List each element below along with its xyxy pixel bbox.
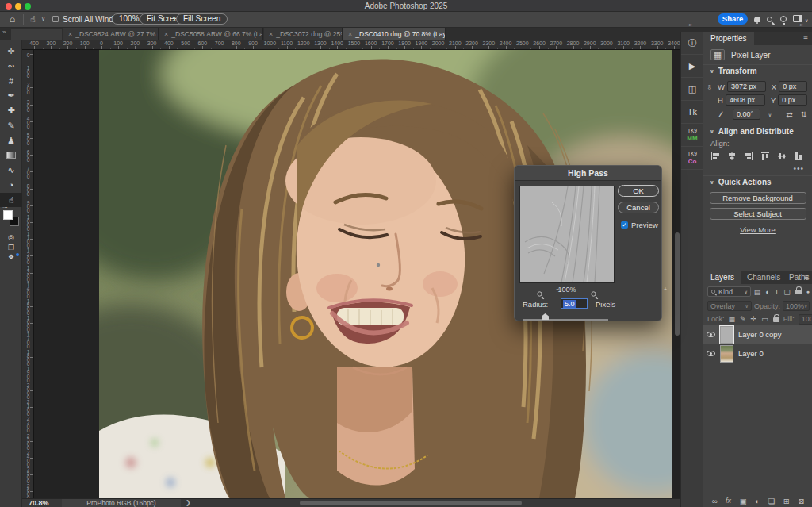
- vertical-scrollbar-thumb[interactable]: [675, 232, 680, 336]
- spot-healing-brush-tool[interactable]: ✚: [0, 103, 22, 117]
- lasso-tool[interactable]: ∾: [0, 59, 22, 73]
- width-field[interactable]: 3072 px: [727, 81, 766, 92]
- lock-position-icon[interactable]: ✛: [751, 315, 757, 323]
- screen-mode-icon[interactable]: ❐: [0, 243, 22, 252]
- fill-screen-button[interactable]: Fill Screen: [176, 13, 228, 25]
- tab-properties[interactable]: Properties: [703, 32, 754, 45]
- cancel-button[interactable]: Cancel: [618, 202, 659, 213]
- fill-dropdown[interactable]: 100%∨: [799, 314, 812, 325]
- horizontal-scrollbar-thumb[interactable]: [300, 501, 522, 505]
- layer-visibility-eye-icon[interactable]: [707, 332, 715, 337]
- quick-mask-icon[interactable]: ◎: [0, 232, 22, 242]
- gradient-tool[interactable]: [0, 148, 22, 163]
- plugins-icon[interactable]: ❖: [0, 252, 22, 262]
- layer-thumbnail[interactable]: [720, 345, 733, 363]
- document-tab-1[interactable]: × _DSC9824.ARW @ 27.7% (Group 1, RGB/16*…: [63, 28, 159, 40]
- filter-toggle-icon[interactable]: ●: [806, 289, 810, 294]
- horizontal-ruler[interactable]: 4003002001000100200300400500600700800900…: [22, 40, 680, 50]
- clone-stamp-tool[interactable]: ♟: [0, 133, 22, 148]
- zoom-in-icon[interactable]: +: [591, 286, 596, 300]
- lock-transparency-icon[interactable]: ▦: [729, 315, 736, 323]
- filter-type-layers-icon[interactable]: T: [775, 288, 779, 296]
- brush-tool[interactable]: ✎: [0, 118, 22, 133]
- align-left-icon[interactable]: [710, 152, 720, 161]
- layer-row-layer-0[interactable]: Layer 0: [703, 344, 812, 363]
- document-tab-3[interactable]: × _DSC3072.dng @ 25% (RGB/16*): [264, 28, 343, 40]
- filter-preview-thumbnail[interactable]: [519, 186, 615, 283]
- discover-lightbulb-icon[interactable]: [780, 14, 787, 24]
- preview-checkbox[interactable]: ✓: [621, 221, 628, 229]
- tk9-mm-panel-icon[interactable]: TK9MM: [681, 124, 703, 147]
- layer-name[interactable]: Layer 0: [738, 349, 764, 358]
- home-icon[interactable]: ⌂: [10, 13, 15, 25]
- panel-menu-icon[interactable]: ≡: [804, 273, 809, 282]
- layer-row-layer-0-copy[interactable]: Layer 0 copy: [703, 325, 812, 344]
- rotation-chevron-icon[interactable]: ∨: [768, 112, 772, 117]
- crop-tool[interactable]: #: [0, 74, 22, 88]
- tool-preset-chevron-icon[interactable]: ∨: [41, 16, 45, 22]
- transform-section-header[interactable]: ∨ Transform: [703, 65, 812, 77]
- zoom-level[interactable]: 70.8%: [29, 499, 49, 507]
- radius-slider[interactable]: [523, 319, 608, 321]
- actions-panel-icon[interactable]: ▶: [681, 55, 703, 78]
- layer-name[interactable]: Layer 0 copy: [738, 330, 781, 339]
- tab-channels[interactable]: Channels: [740, 271, 787, 284]
- tk9-co-panel-icon[interactable]: TK9Co: [681, 147, 703, 170]
- align-right-icon[interactable]: [744, 152, 753, 161]
- vertical-ruler[interactable]: 0100200300400500600700800900100011001200…: [22, 50, 34, 498]
- y-field[interactable]: 0 px: [778, 94, 807, 106]
- align-top-icon[interactable]: [760, 152, 770, 161]
- info-panel-icon[interactable]: ⓘ: [681, 32, 703, 55]
- align-section-header[interactable]: ∨ Align and Distribute: [703, 125, 812, 137]
- flip-horizontal-icon[interactable]: ⇄: [786, 110, 792, 119]
- toolbar-expand-icon[interactable]: »: [2, 29, 6, 36]
- filter-pixel-layers-icon[interactable]: ▤: [754, 288, 761, 296]
- new-layer-icon[interactable]: ⊞: [783, 497, 790, 505]
- link-dimensions-icon[interactable]: ∞: [706, 85, 714, 90]
- document-tab-4-active[interactable]: × _DSC0410.dng @ 70.8% (Layer 0 copy, RG…: [343, 28, 446, 40]
- tab-layers[interactable]: Layers: [703, 271, 741, 284]
- more-options-icon[interactable]: •••: [703, 164, 812, 175]
- close-tab-icon[interactable]: ×: [164, 30, 168, 38]
- foreground-color-swatch[interactable]: [3, 210, 13, 220]
- radius-input[interactable]: 5.0: [561, 298, 588, 309]
- collapse-strip-chevron-icon[interactable]: «: [688, 21, 691, 29]
- eyedropper-tool[interactable]: ✒: [0, 88, 22, 102]
- tk-control-panel-icon[interactable]: ◫: [681, 78, 703, 101]
- hand-tool[interactable]: ☝: [0, 193, 22, 207]
- share-button[interactable]: Share: [718, 13, 748, 25]
- panel-menu-icon[interactable]: ≡: [803, 34, 808, 43]
- filter-smart-objects-icon[interactable]: [795, 287, 802, 296]
- x-field[interactable]: 0 px: [779, 81, 807, 92]
- close-tab-icon[interactable]: ×: [348, 30, 352, 38]
- hand-tool-icon[interactable]: ☝: [30, 14, 36, 25]
- blend-mode-dropdown[interactable]: Overlay∨: [707, 301, 752, 311]
- close-tab-icon[interactable]: ×: [68, 30, 72, 38]
- dialog-title[interactable]: High Pass: [515, 166, 661, 181]
- new-group-icon[interactable]: ❏: [768, 497, 776, 505]
- lock-artboard-icon[interactable]: ▭: [761, 315, 768, 323]
- align-bottom-icon[interactable]: [794, 152, 803, 161]
- quick-actions-header[interactable]: ∨ Quick Actions: [703, 176, 812, 188]
- workspace-chevron-icon[interactable]: ∨: [805, 17, 808, 23]
- filter-kind-dropdown[interactable]: Kind ∨: [707, 286, 751, 297]
- layer-visibility-eye-icon[interactable]: [707, 351, 715, 356]
- align-v-center-icon[interactable]: [777, 152, 787, 161]
- close-tab-icon[interactable]: ×: [269, 30, 273, 38]
- dodge-tool[interactable]: ◔: [0, 178, 22, 192]
- filter-adjustment-layers-icon[interactable]: ◐: [765, 288, 769, 296]
- notifications-bell-icon[interactable]: [754, 14, 760, 24]
- lock-pixels-icon[interactable]: ✎: [740, 315, 746, 323]
- color-profile[interactable]: ProPhoto RGB (16bpc): [62, 499, 181, 507]
- layer-effects-icon[interactable]: fx: [726, 497, 731, 505]
- collapse-dock-chevron-icon[interactable]: «: [799, 21, 802, 29]
- add-layer-mask-icon[interactable]: ▣: [740, 497, 747, 505]
- smudge-tool[interactable]: ∿: [0, 163, 22, 177]
- flip-vertical-icon[interactable]: ⇅: [801, 110, 807, 119]
- rotation-field[interactable]: 0.00°: [733, 109, 760, 120]
- remove-background-button[interactable]: Remove Background: [710, 192, 806, 204]
- align-h-center-icon[interactable]: [727, 152, 737, 161]
- status-chevron-icon[interactable]: ❯: [186, 499, 191, 506]
- lock-all-icon[interactable]: [773, 315, 779, 324]
- opacity-dropdown[interactable]: 100%∨: [783, 301, 810, 311]
